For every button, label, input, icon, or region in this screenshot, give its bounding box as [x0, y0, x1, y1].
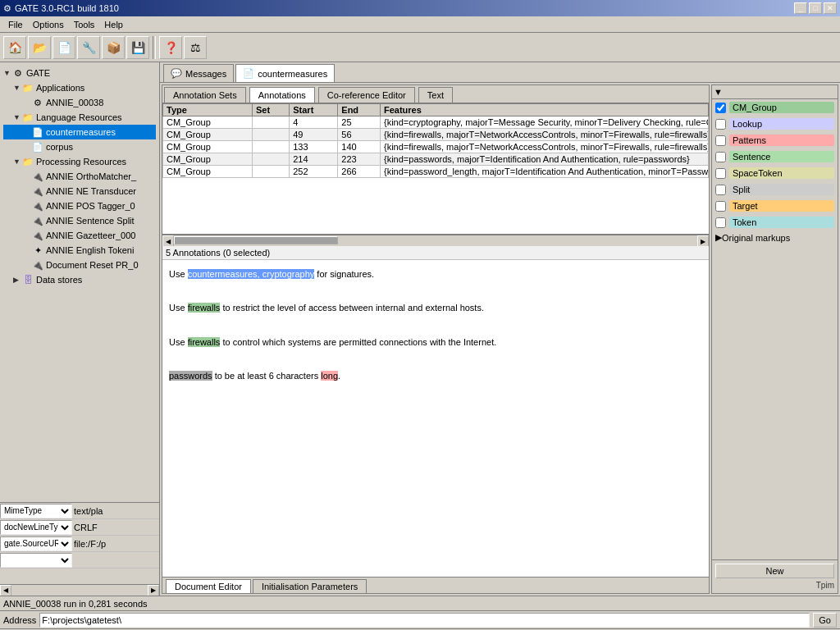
tree-node-langres[interactable]: ▼ 📁 Language Resources [3, 110, 156, 125]
new-button[interactable]: New [715, 564, 834, 578]
titlebar: ⚙ GATE 3.0-RC1 build 1810 _ □ ✕ [0, 0, 840, 16]
tab-text[interactable]: Text [418, 87, 453, 103]
doc-icon: 📄 [31, 126, 44, 139]
ann-label-cmgroup: CM_Group [729, 102, 834, 113]
scroll-left-button[interactable]: ◀ [0, 585, 11, 596]
menu-tools[interactable]: Tools [69, 18, 100, 31]
ann-checkbox-patterns[interactable] [715, 135, 726, 146]
tab-document-editor[interactable]: Document Editor [166, 579, 251, 593]
expand-icon: ▼ [13, 158, 21, 166]
toolbar-package-button[interactable]: 📦 [102, 36, 125, 59]
scroll-track[interactable] [174, 235, 697, 246]
ann-checkbox-token[interactable] [715, 217, 726, 228]
cell-set [252, 129, 289, 141]
toolbar-save-button[interactable]: 💾 [126, 36, 149, 59]
menu-file[interactable]: File [3, 18, 28, 31]
original-markups-section[interactable]: ▶ Original markups [712, 231, 838, 244]
tab-messages[interactable]: 💬 Messages [163, 64, 234, 82]
cell-features: {kind=password_length, majorT=Identifica… [381, 166, 709, 178]
scroll-left-button[interactable]: ◀ [162, 235, 174, 247]
tree-node-datastores[interactable]: ▶ 🗄 Data stores [3, 272, 156, 287]
ann-label-token: Token [729, 217, 834, 228]
expand-icon: ▼ [3, 69, 11, 77]
annotation-table-container: Type Set Start End Features CM_Group 4 [162, 103, 709, 235]
tab-coreference-editor[interactable]: Co-reference Editor [318, 87, 415, 103]
tree-node-netransducer[interactable]: 🔌 ANNIE NE Transducer [3, 184, 156, 199]
tree-langres-label: Language Resources [36, 112, 122, 122]
table-row[interactable]: CM_Group 49 56 {kind=firewalls, majorT=N… [163, 129, 709, 141]
menu-help[interactable]: Help [99, 18, 128, 31]
tree-node-sentencesplit[interactable]: 🔌 ANNIE Sentence Split [3, 213, 156, 228]
toolbar-tools-button[interactable]: 🔧 [77, 36, 100, 59]
text-line-2: Use firewalls to restrict the level of a… [169, 300, 702, 317]
plug-icon: 🔌 [31, 214, 44, 227]
table-row[interactable]: CM_Group 214 223 {kind=passwords, majorT… [163, 153, 709, 166]
toolbar-open-button[interactable]: 📂 [28, 36, 51, 59]
prop-key-sourceurl[interactable]: gate.SourceURL [0, 536, 72, 551]
dropdown-arrow-icon: ▼ [714, 87, 723, 97]
scroll-right-button[interactable]: ▶ [148, 585, 159, 596]
prop-key-newline[interactable]: docNewLineType [0, 520, 72, 535]
tree-annie00038-label: ANNIE_00038 [46, 98, 103, 107]
close-button[interactable]: ✕ [824, 2, 837, 14]
ann-checkbox-target[interactable] [715, 201, 726, 212]
ann-checkbox-sentence[interactable] [715, 152, 726, 162]
maximize-button[interactable]: □ [809, 2, 822, 14]
address-bar: Address Go [0, 610, 840, 628]
tree-node-procres[interactable]: ▼ 📁 Processing Resources [3, 154, 156, 169]
tree-node-postagger[interactable]: 🔌 ANNIE POS Tagger_0 [3, 199, 156, 213]
toolbar-home-button[interactable]: 🏠 [3, 36, 26, 59]
tree-node-docreset[interactable]: 🔌 Document Reset PR_0 [3, 258, 156, 272]
tree-node-countermeasures[interactable]: 📄 countermeasures [3, 125, 156, 139]
toolbar-help-button[interactable]: ❓ [159, 36, 182, 59]
tab-initialisation-parameters[interactable]: Initialisation Parameters [253, 579, 367, 593]
ann-label-spacetoken: SpaceToken [729, 167, 834, 179]
tree-node-corpus[interactable]: 📄 corpus [3, 139, 156, 154]
table-row[interactable]: CM_Group 133 140 {kind=firewalls, majorT… [163, 141, 709, 153]
prop-key-mimetype[interactable]: MimeType [0, 504, 72, 518]
ann-checkbox-lookup[interactable] [715, 119, 726, 130]
prop-key-empty[interactable] [0, 553, 72, 568]
content-area: 💬 Messages 📄 countermeasures Annotation … [160, 62, 840, 596]
cell-features: {kind=firewalls, majorT=NetworkAccessCon… [381, 141, 709, 153]
scroll-thumb[interactable] [174, 236, 338, 244]
ann-checkbox-spacetoken[interactable] [715, 168, 726, 179]
tab-annotation-sets[interactable]: Annotation Sets [164, 87, 246, 103]
ann-checkbox-cmgroup[interactable] [715, 103, 726, 113]
toolbar-balance-button[interactable]: ⚖ [184, 36, 207, 59]
tree-node-orthomatcher[interactable]: 🔌 ANNIE OrthoMatcher_ [3, 169, 156, 184]
star-icon: ✦ [31, 244, 44, 257]
prop-row-newline: docNewLineType CRLF [0, 519, 159, 536]
tree-node-gazetteer[interactable]: 🔌 ANNIE Gazetteer_000 [3, 228, 156, 243]
ann-row-sentence: Sentence [712, 148, 838, 165]
prop-val-sourceurl: file:/F:/p [72, 539, 146, 549]
tab-annotations[interactable]: Annotations [249, 87, 315, 103]
ann-checkbox-split[interactable] [715, 185, 726, 195]
cell-start: 49 [290, 129, 338, 141]
tree-node-annie00038[interactable]: ⚙ ANNIE_00038 [3, 95, 156, 110]
plug-icon: 🔌 [31, 170, 44, 183]
col-set: Set [252, 104, 289, 116]
table-row[interactable]: CM_Group 4 25 {kind=cryptography, majorT… [163, 116, 709, 129]
expand-icon: ▼ [13, 84, 21, 92]
highlight-long: long [321, 371, 338, 381]
tab-messages-label: Messages [185, 69, 226, 79]
ann-row-patterns: Patterns [712, 132, 838, 148]
go-button[interactable]: Go [813, 613, 837, 628]
text-line-3: Use firewalls to control which systems a… [169, 335, 702, 351]
menu-options[interactable]: Options [28, 18, 69, 31]
tree-netransducer-label: ANNIE NE Transducer [46, 186, 136, 196]
address-input[interactable] [39, 613, 810, 628]
tree-node-englishtokeni[interactable]: ✦ ANNIE English Tokeni [3, 243, 156, 258]
tree-node-applications[interactable]: ▼ 📁 Applications [3, 80, 156, 95]
tree-root[interactable]: ▼ ⚙ GATE [3, 66, 156, 80]
table-row[interactable]: CM_Group 252 266 {kind=password_length, … [163, 166, 709, 178]
tree-orthomatcher-label: ANNIE OrthoMatcher_ [46, 171, 136, 181]
cell-set [252, 153, 289, 166]
tree-datastores-label: Data stores [36, 275, 82, 285]
toolbar-doc-button[interactable]: 📄 [52, 36, 75, 59]
scroll-right-button[interactable]: ▶ [697, 235, 709, 247]
tab-countermeasures[interactable]: 📄 countermeasures [235, 64, 335, 82]
cell-start: 252 [290, 166, 338, 178]
minimize-button[interactable]: _ [794, 2, 807, 14]
